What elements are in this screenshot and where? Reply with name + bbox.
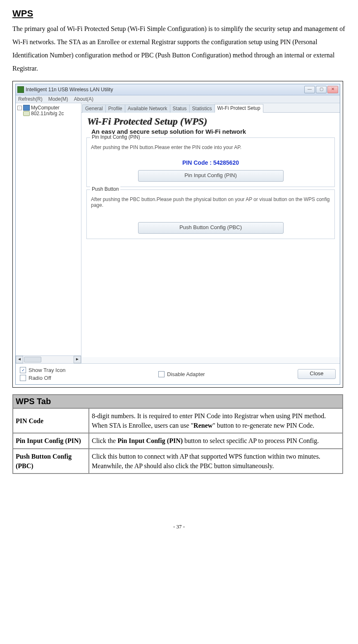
adapter-icon xyxy=(23,111,30,116)
pin-group-legend: Pin Input Config (PIN) xyxy=(90,134,142,140)
scroll-left-icon[interactable]: ◄ xyxy=(16,356,23,363)
sidebar-scrollbar[interactable]: ◄ ► xyxy=(16,355,81,363)
radio-off-label: Radio Off xyxy=(29,375,51,381)
wps-title: Wi-Fi Protected Setup (WPS) xyxy=(87,116,336,127)
tab-wps[interactable]: Wi-Fi Protect Setup xyxy=(215,104,263,113)
table-row: Pin Input Config (PIN) Click the Pin Inp… xyxy=(13,433,343,448)
disable-adapter-checkbox[interactable]: Disable Adapter xyxy=(158,371,205,377)
page-footer: - 37 - xyxy=(12,523,346,530)
intro-paragraph: The primary goal of Wi-Fi Protected Setu… xyxy=(12,22,346,75)
disable-adapter-label: Disable Adapter xyxy=(167,371,205,377)
table-row: PIN Code 8-digit numbers. It is required… xyxy=(13,408,343,433)
checkbox-checked-icon: ✓ xyxy=(20,367,26,373)
menu-refresh[interactable]: Refresh(R) xyxy=(18,96,43,102)
window-title: Intelligent 11n USB Wireless LAN Utility xyxy=(26,87,113,92)
tab-profile[interactable]: Profile xyxy=(105,104,125,113)
minimize-button[interactable]: — xyxy=(304,86,315,93)
screenshot-frame: Intelligent 11n USB Wireless LAN Utility… xyxy=(12,81,343,388)
titlebar: Intelligent 11n USB Wireless LAN Utility… xyxy=(16,84,340,95)
pbc-group-desc: After pushing the PBC button.Please push… xyxy=(91,197,330,208)
pin-groupbox: Pin Input Config (PIN) After pushing the… xyxy=(86,137,335,187)
pbc-group-legend: Push Button xyxy=(90,186,120,192)
tree-root[interactable]: - MyComputer xyxy=(17,105,80,111)
tree-root-label: MyComputer xyxy=(31,105,60,111)
checkbox-empty-icon xyxy=(20,375,26,381)
collapse-icon[interactable]: - xyxy=(17,106,22,110)
row-pin-cfg-key: Pin Input Config (PIN) xyxy=(13,433,89,448)
table-row: Push Button Config (PBC) Click this butt… xyxy=(13,449,343,474)
scroll-thumb[interactable] xyxy=(24,357,41,362)
table-header: WPS Tab xyxy=(13,395,343,408)
bottom-bar: ✓ Show Tray Icon Radio Off Disable Adapt… xyxy=(16,363,340,384)
tree-child[interactable]: 802.11n/b/g 2c xyxy=(23,111,80,116)
tree-child-label: 802.11n/b/g 2c xyxy=(31,111,64,116)
tab-strip: General Profile Available Network Status… xyxy=(81,103,340,113)
tab-status[interactable]: Status xyxy=(170,104,190,113)
close-button[interactable]: Close xyxy=(298,369,336,379)
pin-group-desc: After pushing the PIN button.Please ente… xyxy=(91,144,330,150)
pin-code-label: PIN Code : 54285620 xyxy=(91,159,330,166)
row-pin-code-val: 8-digit numbers. It is required to enter… xyxy=(89,408,343,433)
menu-about[interactable]: About(A) xyxy=(74,96,93,102)
checkbox-empty-icon xyxy=(158,371,165,377)
menubar: Refresh(R) Mode(M) About(A) xyxy=(16,95,340,103)
device-tree-sidebar: - MyComputer 802.11n/b/g 2c ◄ ► xyxy=(16,103,81,363)
row-pin-cfg-val: Click the Pin Input Config (PIN) button … xyxy=(89,433,343,448)
row-pbc-val: Click this button to connect with AP tha… xyxy=(89,449,343,474)
row-pbc-key: Push Button Config (PBC) xyxy=(13,449,89,474)
tab-statistics[interactable]: Statistics xyxy=(189,104,215,113)
push-button-config-button[interactable]: Push Button Config (PBC) xyxy=(138,222,284,234)
app-icon xyxy=(17,86,24,93)
radio-off-checkbox[interactable]: Radio Off xyxy=(20,375,66,381)
tab-general[interactable]: General xyxy=(82,104,106,113)
scroll-right-icon[interactable]: ► xyxy=(74,356,81,363)
maximize-button[interactable]: ▢ xyxy=(316,86,327,93)
tab-available-network[interactable]: Available Network xyxy=(125,104,170,113)
wps-description-table: WPS Tab PIN Code 8-digit numbers. It is … xyxy=(12,394,343,474)
menu-mode[interactable]: Mode(M) xyxy=(48,96,68,102)
app-window: Intelligent 11n USB Wireless LAN Utility… xyxy=(15,84,340,385)
show-tray-label: Show Tray Icon xyxy=(29,367,66,373)
close-window-button[interactable]: ✕ xyxy=(327,86,338,93)
row-pin-code-key: PIN Code xyxy=(13,408,89,433)
pbc-groupbox: Push Button After pushing the PBC button… xyxy=(86,189,335,239)
section-heading: WPS xyxy=(12,8,346,19)
show-tray-icon-checkbox[interactable]: ✓ Show Tray Icon xyxy=(20,367,66,373)
main-panel: General Profile Available Network Status… xyxy=(81,103,340,363)
wps-tab-pane: Wi-Fi Protected Setup (WPS) An easy and … xyxy=(81,113,340,357)
computer-icon xyxy=(23,105,30,111)
pin-input-config-button[interactable]: Pin Input Config (PIN) xyxy=(138,170,284,182)
